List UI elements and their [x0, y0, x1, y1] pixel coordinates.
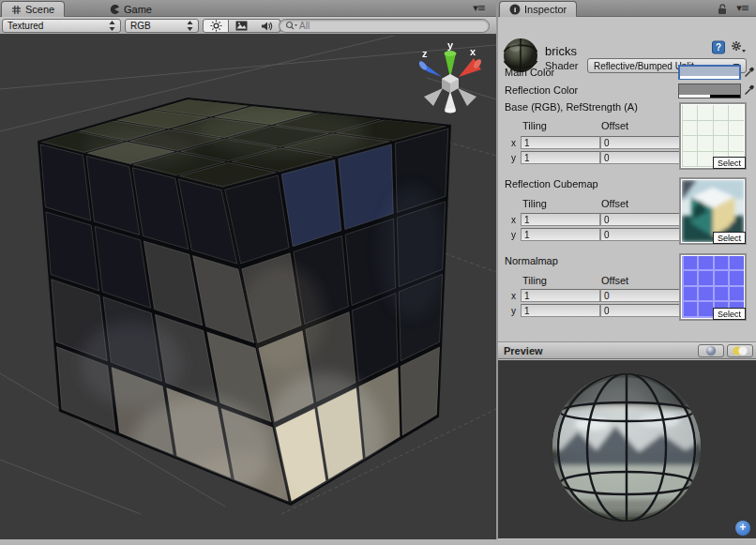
normalmap-tiling-x-input[interactable]: [521, 289, 600, 302]
tiling-header: Tiling: [522, 275, 547, 286]
draw-mode-dropdown[interactable]: Textured: [2, 19, 121, 33]
scene-toolbar: Textured RGB: [0, 17, 496, 35]
help-icon[interactable]: ?: [712, 40, 725, 54]
updown-arrow-icon: [187, 21, 193, 31]
preview-header[interactable]: Preview: [498, 341, 756, 359]
effects-toggle-button[interactable]: [229, 19, 255, 33]
scene-tab-label: Scene: [25, 4, 54, 15]
svg-text:?: ?: [716, 42, 721, 53]
axis-x-row-label: x: [511, 138, 516, 148]
lighting-toggle-icon: [210, 20, 222, 32]
inspector-tabbar: i Inspector ▾≡: [498, 0, 756, 17]
axis-y-label: y: [447, 39, 454, 51]
effects-toggle-icon: [235, 21, 248, 31]
main-color-label: Main Color: [505, 67, 554, 78]
base-offset-y-input[interactable]: [600, 151, 680, 164]
preview-title: Preview: [504, 345, 698, 356]
inspector-tab-label: Inspector: [524, 4, 567, 15]
tiling-header: Tiling: [522, 198, 547, 209]
preview-lighting-button[interactable]: [727, 344, 753, 357]
offset-header: Offset: [601, 120, 628, 131]
axis-neg-cone[interactable]: [424, 88, 443, 106]
cubemap-label: Reflection Cubemap: [505, 178, 598, 189]
eyedropper-icon[interactable]: [744, 83, 756, 96]
base-select-button[interactable]: Select: [713, 157, 746, 169]
inspector-panel-menu-icon[interactable]: ▾≡: [736, 2, 748, 14]
audio-toggle-button[interactable]: [254, 19, 280, 33]
draw-mode-value: Textured: [8, 21, 43, 31]
preview-lighting-icon: [731, 345, 749, 356]
scene-search-input[interactable]: [299, 21, 483, 31]
eyedropper-icon[interactable]: [744, 66, 756, 78]
normalmap-texture-thumb[interactable]: Select: [679, 253, 747, 321]
updown-arrow-icon: [109, 21, 115, 31]
main-color-swatch[interactable]: [678, 65, 741, 80]
color-channel-value: RGB: [130, 21, 151, 31]
scene-viewport[interactable]: y x z: [0, 36, 496, 539]
scene-tab-icon: [11, 5, 22, 15]
cubemap-offset-y-input[interactable]: [600, 228, 680, 241]
preview-sphere-icon: [705, 345, 717, 356]
svg-text:i: i: [514, 6, 516, 14]
axis-y-row-label: y: [511, 153, 516, 163]
axis-y-row-label: y: [511, 306, 516, 316]
cubemap-select-button[interactable]: Select: [713, 232, 746, 244]
tab-game[interactable]: Game: [99, 1, 161, 17]
axis-x-label: x: [470, 46, 476, 57]
unity-editor-window: Scene Game ▾≡ Textured RGB: [0, 0, 756, 545]
base-tiling-x-input[interactable]: [521, 136, 600, 149]
material-preview-area[interactable]: +: [498, 360, 756, 538]
color-channel-dropdown[interactable]: RGB: [125, 19, 199, 33]
tab-inspector[interactable]: i Inspector: [499, 1, 577, 17]
normalmap-select-button[interactable]: Select: [713, 308, 746, 320]
tiling-header: Tiling: [522, 120, 547, 131]
base-texture-label: Base (RGB), RefStrength (A): [505, 101, 638, 113]
tab-scene[interactable]: Scene: [1, 1, 65, 17]
normalmap-label: Normalmap: [505, 255, 558, 266]
base-offset-x-input[interactable]: [600, 136, 680, 149]
scene-tabbar: Scene Game ▾≡: [0, 0, 496, 17]
reflection-color-swatch[interactable]: [678, 83, 741, 98]
cubemap-tiling-x-input[interactable]: [521, 213, 600, 226]
base-texture-thumb[interactable]: Select: [679, 102, 747, 170]
axis-z-label: z: [422, 48, 428, 59]
search-icon: [285, 21, 297, 31]
scene-search-field[interactable]: [279, 19, 490, 33]
axis-x-row-label: x: [511, 215, 516, 225]
inspector-panel: i Inspector ▾≡: [496, 0, 756, 539]
gear-icon[interactable]: [731, 40, 746, 54]
cube-mesh[interactable]: [38, 98, 450, 519]
scene-3d-view[interactable]: y x z: [0, 36, 496, 539]
cubemap-tiling-y-input[interactable]: [521, 228, 600, 241]
normalmap-tiling-y-input[interactable]: [521, 304, 600, 317]
offset-header: Offset: [601, 198, 628, 209]
axis-x-row-label: x: [511, 291, 516, 301]
game-tab-label: Game: [124, 4, 152, 15]
inspector-tab-icon: i: [509, 4, 521, 15]
normalmap-offset-y-input[interactable]: [600, 304, 680, 317]
scene-panel: Scene Game ▾≡ Textured RGB: [0, 0, 496, 539]
lighting-toggle-button[interactable]: [203, 19, 229, 33]
axis-gizmo[interactable]: y x z: [417, 39, 482, 114]
axis-neg-cone[interactable]: [445, 91, 456, 110]
game-tab-icon: [109, 4, 120, 15]
audio-toggle-icon: [261, 21, 273, 32]
axis-y-row-label: y: [511, 230, 516, 240]
cubemap-offset-x-input[interactable]: [600, 213, 680, 226]
material-name: bricks: [545, 44, 577, 58]
gizmo-cube[interactable]: [442, 74, 459, 93]
normalmap-offset-x-input[interactable]: [600, 289, 680, 302]
base-tiling-y-input[interactable]: [521, 151, 600, 164]
zoom-plus-icon[interactable]: +: [735, 521, 750, 536]
reflection-color-label: Reflection Color: [505, 84, 578, 96]
preview-shape-button[interactable]: [698, 344, 724, 357]
material-header: bricks Shader Reflective/Bumped Unlit ?: [498, 17, 756, 59]
preview-sphere-render: [498, 360, 756, 538]
scene-panel-menu-icon[interactable]: ▾≡: [473, 2, 485, 14]
offset-header: Offset: [601, 275, 628, 286]
lock-icon[interactable]: [717, 3, 728, 15]
cubemap-texture-thumb[interactable]: Select: [679, 177, 747, 245]
